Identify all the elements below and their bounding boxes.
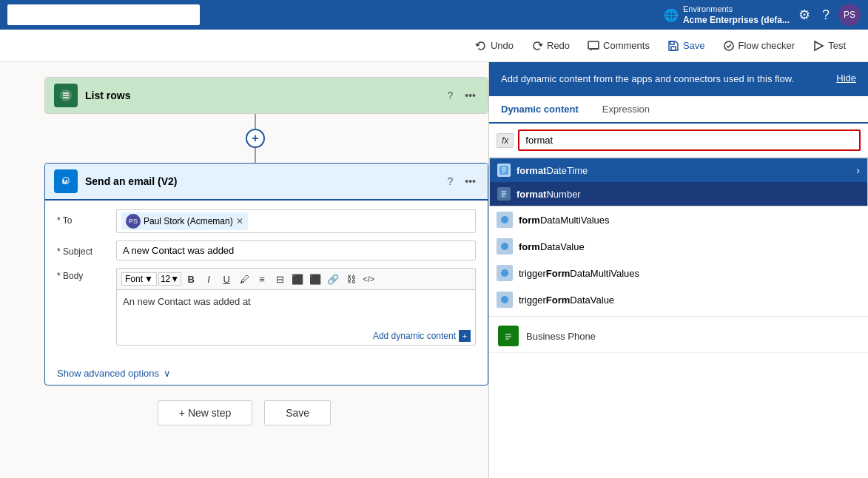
svg-rect-13 xyxy=(502,329,515,343)
autocomplete-item-formatNumber[interactable]: formatNumber xyxy=(490,182,867,206)
expression-search-input[interactable] xyxy=(518,129,861,151)
body-editor: Font ▼ 12 ▼ B I U 🖊 xyxy=(116,268,476,346)
flow-checker-label: Flow checker xyxy=(739,40,795,51)
text-formDataValue: formDataValue xyxy=(519,241,861,252)
font-label: Font xyxy=(125,274,143,284)
flow-checker-button[interactable]: Flow checker xyxy=(716,36,803,56)
send-email-menu[interactable]: ••• xyxy=(462,174,479,189)
connector-line-1 xyxy=(255,114,256,129)
recipient-remove[interactable]: ✕ xyxy=(236,216,243,226)
flow-area: List rows ? ••• + M Se xyxy=(0,62,488,478)
redo-button[interactable]: Redo xyxy=(524,36,577,56)
test-button[interactable]: Test xyxy=(805,36,853,56)
panel-header-text: Add dynamic content from the apps and co… xyxy=(501,73,836,86)
item-formDataMultiValues[interactable]: formDataMultiValues xyxy=(489,206,868,233)
body-text: An new Contact was added at xyxy=(123,296,251,307)
env-details: Environments Acme Enterprises (defa... xyxy=(683,4,790,24)
highlight-button[interactable]: 🖊 xyxy=(236,271,252,287)
business-phone-icon xyxy=(498,326,519,346)
add-step-button-1[interactable]: + xyxy=(246,129,265,148)
top-bar-right: 🌐 Environments Acme Enterprises (defa...… xyxy=(664,4,861,26)
comments-label: Comments xyxy=(603,40,650,51)
connector-line-2 xyxy=(255,148,256,163)
panel-tabs: Dynamic content Expression xyxy=(489,96,868,124)
subject-label: * Subject xyxy=(57,240,109,257)
item-triggerFormDataMultiValues[interactable]: triggerFormDataMultiValues xyxy=(489,260,868,286)
svg-rect-1 xyxy=(671,47,676,50)
tab-expression[interactable]: Expression xyxy=(591,96,662,122)
item-triggerFormDataValue[interactable]: triggerFormDataValue xyxy=(489,286,868,313)
tab-dynamic-content[interactable]: Dynamic content xyxy=(489,96,591,124)
recipient-name: Paul Stork (Acmeman) xyxy=(144,216,233,226)
italic-button[interactable]: I xyxy=(201,271,217,287)
env-info: 🌐 Environments Acme Enterprises (defa... xyxy=(664,4,790,24)
panel-hide-button[interactable]: Hide xyxy=(836,73,856,84)
connector-1: + xyxy=(246,114,265,163)
bullet-list-button[interactable]: ≡ xyxy=(254,271,270,287)
undo-label: Undo xyxy=(491,40,514,51)
subject-input[interactable] xyxy=(116,240,476,260)
new-step-button[interactable]: + New step xyxy=(158,400,252,425)
editor-content[interactable]: An new Contact was added at xyxy=(117,290,475,327)
align-left-button[interactable]: ⬛ xyxy=(289,271,306,287)
to-input[interactable]: PS Paul Stork (Acmeman) ✕ xyxy=(116,209,476,233)
avatar[interactable]: PS xyxy=(838,4,861,26)
search-box[interactable] xyxy=(7,4,200,25)
env-name: Acme Enterprises (defa... xyxy=(683,15,790,25)
add-dynamic-row: Add dynamic content + xyxy=(117,327,475,345)
business-phone-item[interactable]: Business Phone xyxy=(489,320,868,353)
panel-separator xyxy=(489,316,868,317)
unlink-button[interactable]: ⛓ xyxy=(343,271,359,287)
undo-button[interactable]: Undo xyxy=(468,36,521,56)
panel-search-row: fx xyxy=(489,124,868,158)
save-flow-button[interactable]: Save xyxy=(264,400,331,425)
list-rows-actions: ? ••• xyxy=(444,88,479,103)
text-triggerFormDataValue: triggerFormDataValue xyxy=(519,294,861,306)
send-email-header: M Send an email (V2) ? ••• xyxy=(45,164,488,201)
redo-label: Redo xyxy=(547,40,570,51)
fx-badge: fx xyxy=(497,133,514,148)
show-advanced-row[interactable]: Show advanced options ∨ xyxy=(45,362,488,385)
canvas: List rows ? ••• + M Se xyxy=(0,62,868,478)
svg-point-9 xyxy=(501,216,508,223)
icon-formDataMultiValues xyxy=(497,212,513,228)
svg-rect-2 xyxy=(670,41,674,44)
settings-button[interactable]: ⚙ xyxy=(795,4,813,26)
toolbar: Undo Redo Comments Save Flow checker Tes… xyxy=(0,30,868,62)
save-button[interactable]: Save xyxy=(660,36,713,56)
link-button[interactable]: 🔗 xyxy=(325,271,341,287)
autocomplete-item-formatDateTime[interactable]: formatDateTime › xyxy=(490,158,867,182)
list-rows-menu[interactable]: ••• xyxy=(462,88,479,103)
recipient-avatar: PS xyxy=(126,214,141,229)
editor-toolbar: Font ▼ 12 ▼ B I U 🖊 xyxy=(117,269,475,290)
icon-triggerFormDataValue xyxy=(497,292,513,308)
svg-point-11 xyxy=(501,269,508,277)
send-email-node: M Send an email (V2) ? ••• * To xyxy=(44,163,488,386)
font-size-control[interactable]: 12 ▼ xyxy=(158,272,181,286)
add-dynamic-button[interactable]: Add dynamic content + xyxy=(373,330,471,342)
send-email-help[interactable]: ? xyxy=(444,174,456,189)
numbered-list-button[interactable]: ⊟ xyxy=(272,271,288,287)
font-dropdown[interactable]: Font ▼ xyxy=(121,272,157,286)
svg-point-12 xyxy=(501,296,508,303)
env-label: Environments xyxy=(683,4,790,14)
email-form: * To PS Paul Stork (Acmeman) ✕ * Subject xyxy=(45,201,488,362)
help-button[interactable]: ? xyxy=(819,4,832,26)
item-formDataValue[interactable]: formDataValue xyxy=(489,233,868,260)
font-size-arrow: ▼ xyxy=(170,274,179,284)
autocomplete-dropdown: formatDateTime › formatNumber xyxy=(489,158,868,206)
panel-items: formDataMultiValues formDataValue trigge… xyxy=(489,206,868,353)
svg-point-10 xyxy=(501,243,508,250)
bold-button[interactable]: B xyxy=(183,271,199,287)
save-flow-label: Save xyxy=(286,407,309,419)
html-button[interactable]: </> xyxy=(360,271,377,287)
list-rows-help[interactable]: ? xyxy=(444,88,456,103)
text-highlight: format xyxy=(517,165,546,176)
send-email-title: Send an email (V2) xyxy=(85,175,437,187)
align-right-button[interactable]: ⬛ xyxy=(307,271,323,287)
comments-button[interactable]: Comments xyxy=(580,36,657,56)
icon-formDataValue xyxy=(497,238,513,255)
underline-button[interactable]: U xyxy=(218,271,235,287)
item-icon-formatDateTime xyxy=(497,164,511,177)
autocomplete-text-formatNumber: formatNumber xyxy=(517,189,860,200)
